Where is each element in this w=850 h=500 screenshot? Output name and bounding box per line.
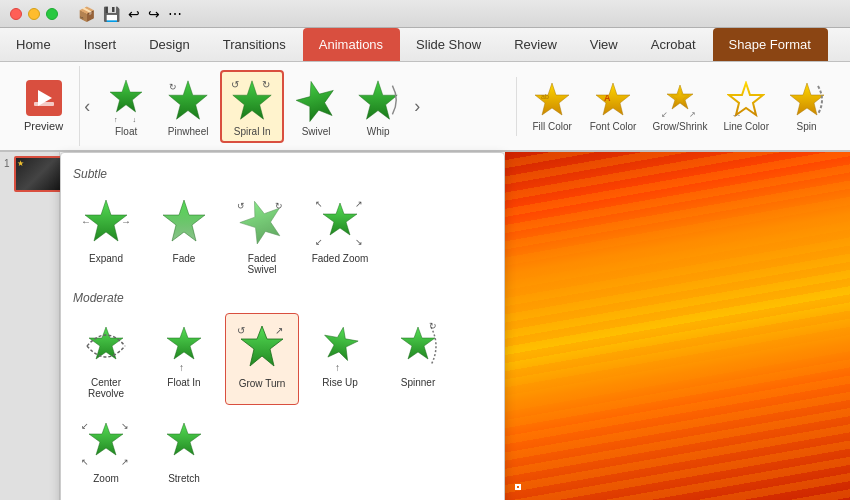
centerrevolve-label: Center Revolve [77, 377, 135, 399]
riseup-star-container: ↑ [313, 319, 367, 373]
svg-text:‐‐‐: ‐‐‐ [733, 111, 741, 118]
dropdown-floatin[interactable]: ↑ Float In [147, 313, 221, 405]
pinwheel-label: Pinwheel [168, 126, 209, 137]
main-area: 1 ★ Subtle ← → [0, 152, 850, 500]
save-icon[interactable]: 💾 [103, 6, 120, 22]
tab-insert[interactable]: Insert [68, 28, 134, 61]
dropdown-zoom[interactable]: ↙ ↘ ↖ ↗ Zoom [69, 409, 143, 490]
tab-animations[interactable]: Animations [303, 28, 400, 61]
svg-text:↺: ↺ [237, 201, 245, 211]
zoom-star-container: ↙ ↘ ↖ ↗ [79, 415, 133, 469]
dropdown-scroll[interactable]: Subtle ← → Expand [61, 161, 504, 500]
fadedzoom-star-container: ↖ ↗ ↙ ↘ [313, 195, 367, 249]
svg-text:→: → [121, 216, 131, 227]
dropdown-expand[interactable]: ← → Expand [69, 189, 143, 281]
preview-button[interactable]: Preview [16, 76, 71, 136]
minimize-button[interactable] [28, 8, 40, 20]
dropdown-riseup[interactable]: ↑ Rise Up [303, 313, 377, 405]
svg-marker-2 [110, 80, 142, 112]
svg-text:↑: ↑ [335, 362, 340, 373]
svg-marker-30 [323, 203, 357, 235]
fillcolor-label: Fill Color [532, 121, 571, 132]
tab-design[interactable]: Design [133, 28, 206, 61]
dropdown-centerrevolve[interactable]: Center Revolve [69, 313, 143, 405]
tab-transitions[interactable]: Transitions [207, 28, 303, 61]
tab-view[interactable]: View [574, 28, 635, 61]
svg-text:↗: ↗ [355, 199, 363, 209]
slide-panel: 1 ★ [0, 152, 60, 500]
svg-rect-1 [34, 102, 54, 106]
svg-text:↺: ↺ [231, 78, 239, 89]
svg-marker-43 [401, 327, 435, 359]
tab-shapeformat[interactable]: Shape Format [713, 28, 828, 61]
animation-items: ‹ ↑ ↓ Float ↻ Pinwheel ↺ ↻ Spi [80, 70, 516, 143]
more-icon[interactable]: ⋯ [168, 6, 182, 22]
svg-marker-10 [293, 76, 340, 123]
toolbar-icons: 📦 💾 ↩ ↪ ⋯ [78, 6, 182, 22]
preview-label: Preview [24, 120, 63, 132]
effect-linecolor[interactable]: ‐‐‐ Line Color [717, 77, 775, 136]
svg-text:↗: ↗ [689, 110, 696, 119]
svg-marker-45 [89, 423, 123, 455]
tab-home[interactable]: Home [0, 28, 68, 61]
svg-text:↺: ↺ [237, 325, 245, 336]
effect-spin[interactable]: Spin [779, 77, 834, 136]
float-label: Float [115, 126, 137, 137]
dropdown-stretch[interactable]: Stretch [147, 409, 221, 490]
maximize-button[interactable] [46, 8, 58, 20]
dropdown-growturn[interactable]: ↺ ↗ Grow Turn [225, 313, 299, 405]
undo-icon[interactable]: ↩ [128, 6, 140, 22]
svg-text:↻: ↻ [262, 78, 270, 89]
fadedzoom-label: Faded Zoom [312, 253, 369, 264]
redo-icon[interactable]: ↪ [148, 6, 160, 22]
slide-star: ★ [17, 159, 24, 168]
svg-text:↙: ↙ [315, 237, 323, 247]
spin-label: Spin [796, 121, 816, 132]
svg-text:↙: ↙ [661, 110, 668, 119]
effect-fontcolor[interactable]: A Font Color [584, 77, 643, 136]
growturn-star-container: ↺ ↗ [235, 320, 289, 374]
fade-star-container [157, 195, 211, 249]
swivel-label: Swivel [302, 126, 331, 137]
tab-acrobat[interactable]: Acrobat [635, 28, 713, 61]
svg-text:↘: ↘ [355, 237, 363, 247]
anim-pinwheel[interactable]: ↻ Pinwheel [158, 72, 218, 141]
dropdown-fadedswivel[interactable]: ↺ ↻ Faded Swivel [225, 189, 299, 281]
slide-thumbnail[interactable]: ★ [14, 156, 66, 192]
anim-spiralin[interactable]: ↺ ↻ Spiral In [220, 70, 284, 143]
section-exciting: Exciting [61, 494, 504, 500]
section-moderate: Moderate [61, 285, 504, 309]
floatin-star-container: ↑ [157, 319, 211, 373]
zoom-label: Zoom [93, 473, 119, 484]
anim-prev[interactable]: ‹ [80, 96, 94, 117]
close-button[interactable] [10, 8, 22, 20]
fadedswivel-label: Faded Swivel [233, 253, 291, 275]
svg-text:↻: ↻ [275, 201, 283, 211]
dropdown-fade[interactable]: Fade [147, 189, 221, 281]
svg-marker-11 [359, 80, 397, 118]
title-bar: 📦 💾 ↩ ↪ ⋯ [0, 0, 850, 28]
effect-fillcolor[interactable]: ab Fill Color [525, 77, 580, 136]
fadedswivel-star-container: ↺ ↻ [235, 195, 289, 249]
svg-marker-26 [163, 200, 205, 241]
stretch-label: Stretch [168, 473, 200, 484]
animation-dropdown: Subtle ← → Expand [60, 152, 505, 500]
svg-text:↖: ↖ [315, 199, 323, 209]
svg-text:↘: ↘ [121, 421, 129, 431]
effect-growshrink[interactable]: ↙ ↗ Grow/Shrink [646, 77, 713, 136]
dropdown-spinner[interactable]: ↻ Spinner [381, 313, 455, 405]
anim-swivel[interactable]: Swivel [286, 72, 346, 141]
dropdown-fadedzoom[interactable]: ↖ ↗ ↙ ↘ Faded Zoom [303, 189, 377, 281]
tab-slideshow[interactable]: Slide Show [400, 28, 498, 61]
spiralin-label: Spiral In [234, 126, 271, 137]
anim-next[interactable]: › [410, 96, 424, 117]
svg-text:←: ← [81, 216, 91, 227]
slide-number: 1 [4, 158, 10, 169]
expand-label: Expand [89, 253, 123, 264]
whip-label: Whip [367, 126, 390, 137]
svg-marker-14 [596, 83, 630, 115]
anim-whip[interactable]: Whip [348, 72, 408, 141]
tab-review[interactable]: Review [498, 28, 574, 61]
anim-float[interactable]: ↑ ↓ Float [96, 72, 156, 141]
svg-text:↻: ↻ [169, 82, 177, 92]
